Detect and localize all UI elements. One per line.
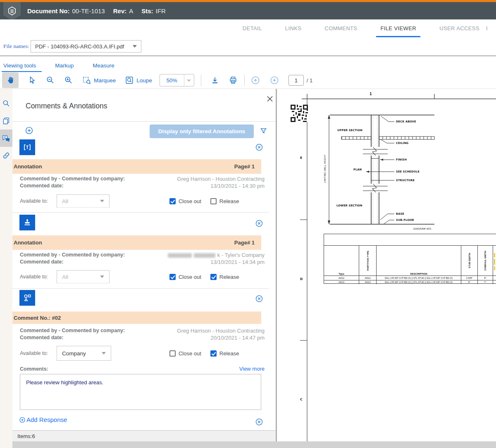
date-value: 13/10/2021 - 14:34 pm (168, 259, 265, 266)
zoom-in-button[interactable] (64, 76, 73, 85)
viewer-toolbar: Marquee Loupe 50% (0, 72, 496, 89)
close-out-checkbox[interactable]: Close out (169, 198, 201, 204)
filter-funnel-icon[interactable] (260, 127, 267, 135)
add-annotation-button[interactable] (25, 126, 33, 135)
tab-markup[interactable]: Markup (55, 62, 74, 72)
commented-by-label: Commented by - Commented by company: (20, 175, 125, 182)
sidebar-search-button[interactable] (0, 95, 12, 112)
panel-title: Comments & Annotations (26, 102, 107, 110)
panel-close-button[interactable] (266, 95, 274, 103)
row-stud: 6" (461, 280, 478, 285)
partition-schedule-table: Type PARTITION TYPE DESCRIPTION STUD DEP… (324, 234, 496, 284)
select-tool-button[interactable] (28, 76, 37, 85)
available-to-select[interactable]: All (57, 194, 110, 208)
view-more-link[interactable]: View more (239, 366, 265, 372)
comment-header-bar: Comment No.: #02 (12, 311, 261, 324)
divider (12, 121, 276, 122)
comment-number: Comment No.: #02 (14, 315, 61, 321)
comment-fields: Commented by - Commented by company: Com… (20, 327, 265, 341)
callout-base: BASE (396, 212, 404, 216)
remove-annotation-button[interactable] (255, 295, 263, 303)
sidebar-links-button[interactable] (0, 147, 12, 164)
divider (244, 74, 245, 86)
close-circle-icon (255, 219, 263, 228)
row-width: 5" (478, 276, 493, 280)
sidebar-comments-button[interactable] (0, 129, 12, 147)
close-out-checkbox[interactable]: Close out (169, 274, 201, 280)
col-header-type: Type (324, 245, 359, 276)
tab-detail[interactable]: DETAIL (243, 19, 262, 37)
stamp-annotation-icon (19, 215, 35, 230)
divider (0, 55, 496, 56)
callout-subfloor: SUB-FLOOR (396, 218, 414, 222)
availability-row: Available to: All Close out Release (20, 194, 265, 208)
release-checkbox[interactable]: Release (210, 274, 239, 280)
diagram-caption: DIAGRAM A01 (413, 227, 432, 230)
tab-measure[interactable]: Measure (93, 62, 114, 72)
release-checkbox[interactable]: Release (210, 350, 239, 357)
zoom-out-button[interactable] (46, 76, 55, 85)
chevron-down-icon (100, 200, 104, 202)
comments-row: Comments: View more (20, 366, 265, 372)
next-page-button[interactable] (269, 75, 279, 85)
dimension-label: LIMITING WALL HEIGHT (324, 146, 326, 192)
rev-label: Rev: (113, 7, 127, 14)
display-filtered-annotations-button[interactable]: Display only filtered Annotations (150, 125, 254, 138)
doc-no-label: Document No: (27, 7, 70, 14)
tab-links[interactable]: LINKS (285, 19, 302, 37)
available-to-select[interactable]: All (57, 270, 110, 283)
arrow-up-circle-icon (250, 75, 260, 85)
tab-viewing-tools[interactable]: Viewing tools (3, 62, 36, 72)
marquee-zoom-button[interactable]: Marquee (82, 76, 116, 85)
annotation-page: Page# 1 (234, 163, 255, 170)
chevron-down-icon (100, 276, 104, 278)
col-header-stud-depth: STUD DEPTH (461, 245, 478, 276)
tab-user-access[interactable]: USER ACCESS (439, 19, 479, 37)
available-to-select[interactable]: Company (57, 346, 111, 361)
grid-row-d: D (300, 277, 303, 281)
previous-page-button[interactable] (250, 75, 260, 85)
zoom-level-select[interactable]: 50% (160, 74, 194, 86)
remove-annotation-button[interactable] (255, 143, 263, 151)
close-icon (266, 95, 274, 103)
screen: Document No: 00-TE-1013 Rev: A Sts: IFR … (0, 0, 496, 448)
plus-circle-icon (25, 126, 33, 135)
hexagon-logo-icon (7, 6, 17, 17)
annotation-card-list: Annotation Page# 1 Commented by - Commen… (12, 139, 269, 430)
add-response-link[interactable]: Add Response (19, 416, 67, 423)
close-out-checkbox[interactable]: Close out (169, 350, 201, 357)
file-select[interactable]: PDF - 104093-RG-ARC-003.A.IFI.pdf (31, 40, 141, 53)
col-header-partition: PARTITION TYPE (359, 245, 377, 276)
close-circle-icon (255, 143, 263, 151)
annotation-header-bar: Annotation Page# 1 (12, 235, 261, 250)
remove-comment-button[interactable] (255, 418, 263, 426)
redacted-name (168, 253, 192, 258)
pdf-viewer[interactable]: 1 E D C DECK ABOVE UPPER SECTION CEILING… (277, 89, 496, 441)
marquee-label: Marquee (94, 77, 116, 84)
annotation-type: Annotation (14, 163, 42, 170)
row-desc: SGL LYR 5/8" GYP BD (X) || STL STUD || S… (377, 276, 461, 280)
tab-partial[interactable]: I (486, 19, 489, 37)
row-partial (493, 276, 496, 280)
grid-row-c: C (300, 398, 303, 401)
app-logo[interactable] (3, 2, 21, 20)
row-width: 7" (478, 280, 493, 285)
sidebar-pages-button[interactable] (0, 112, 12, 129)
link-icon (2, 151, 10, 160)
availability-row: Available to: All Close out Release (20, 270, 265, 283)
qr-code (291, 103, 308, 123)
tab-comments[interactable]: COMMENTS (324, 19, 357, 37)
remove-annotation-button[interactable] (255, 219, 263, 228)
loupe-icon (125, 76, 134, 85)
tab-file-viewer[interactable]: FILE VIEWER (380, 19, 416, 37)
release-checkbox[interactable]: Release (210, 198, 239, 204)
page-number-input[interactable]: 1 (289, 75, 304, 86)
loupe-tool-button[interactable]: Loupe (125, 76, 152, 85)
download-button[interactable] (210, 76, 219, 85)
annotation-fields: Commented by - Commented by company: Com… (20, 252, 265, 266)
comment-text-box[interactable]: Please review highlighted areas. (20, 374, 261, 410)
commented-date-label: Commented date: (20, 334, 125, 341)
pan-hand-tool-button[interactable] (2, 72, 19, 88)
callout-plan: PLAN (353, 168, 362, 171)
print-button[interactable] (229, 76, 238, 85)
